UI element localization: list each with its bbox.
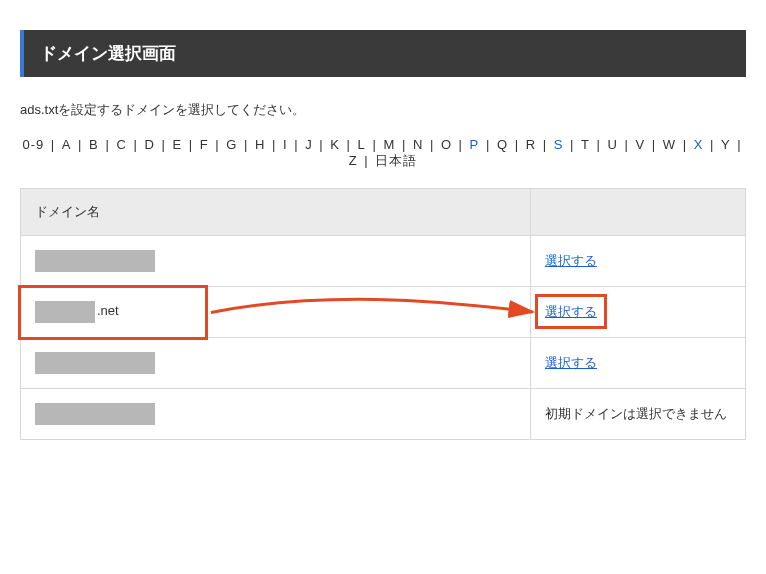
table-row: .net選択する [21,287,746,338]
alpha-nav-separator: | [565,137,579,152]
col-header-domain: ドメイン名 [21,189,531,236]
alpha-nav-item: C [116,137,126,152]
alpha-nav-separator: | [733,137,742,152]
alpha-nav-separator: | [342,137,356,152]
alpha-nav-separator: | [425,137,439,152]
alpha-nav-separator: | [397,137,411,152]
cell-domain [21,338,531,389]
alpha-nav-separator: | [157,137,171,152]
alpha-nav-separator: | [73,137,87,152]
domain-suffix: .net [97,303,119,318]
alpha-nav-separator: | [678,137,692,152]
masked-domain-bar [35,352,155,374]
alpha-nav-separator: | [538,137,552,152]
cell-domain [21,389,531,440]
select-link[interactable]: 選択する [545,304,597,319]
alpha-nav-separator: | [290,137,304,152]
page-title: ドメイン選択画面 [40,42,730,65]
alpha-nav-item: K [330,137,340,152]
instruction-text: ads.txtを設定するドメインを選択してください。 [20,101,746,119]
alpha-nav-separator: | [360,153,374,168]
table-row: 選択する [21,338,746,389]
select-link[interactable]: 選択する [545,253,597,268]
col-header-action [531,189,746,236]
alpha-nav-item: I [283,137,288,152]
alpha-nav-item: D [144,137,154,152]
cell-action: 選択する [531,287,746,338]
alpha-nav-separator: | [315,137,329,152]
cell-domain [21,236,531,287]
alpha-nav-separator: | [46,137,60,152]
masked-domain-bar [35,301,95,323]
alpha-nav-item: 0-9 [22,137,44,152]
alpha-nav-item: A [62,137,72,152]
alpha-nav-separator: | [129,137,143,152]
alpha-nav-separator: | [454,137,468,152]
alpha-nav-separator: | [267,137,281,152]
alpha-nav-separator: | [481,137,495,152]
cell-action: 選択する [531,236,746,287]
masked-domain-bar [35,250,155,272]
alpha-nav-separator: | [368,137,382,152]
alpha-nav-separator: | [705,137,719,152]
alpha-nav-separator: | [647,137,661,152]
alpha-nav-item: N [413,137,423,152]
alpha-nav-item: V [635,137,645,152]
table-row: 選択する [21,236,746,287]
alpha-nav-separator: | [239,137,253,152]
alpha-nav-separator: | [510,137,524,152]
alpha-nav-item: B [89,137,99,152]
alpha-nav-separator: | [211,137,225,152]
alpha-nav-item: F [200,137,209,152]
cell-domain: .net [21,287,531,338]
alpha-nav-item[interactable]: X [694,137,704,152]
disabled-message: 初期ドメインは選択できません [545,406,727,421]
alpha-nav-item: W [663,137,676,152]
cell-action: 選択する [531,338,746,389]
select-link[interactable]: 選択する [545,355,597,370]
alpha-nav-item: O [441,137,452,152]
alpha-nav-item: U [607,137,617,152]
alpha-nav-item: T [581,137,590,152]
alpha-nav-item: 日本語 [375,153,417,168]
alpha-nav-item: E [172,137,182,152]
alpha-nav-item: Y [721,137,731,152]
title-bar: ドメイン選択画面 [20,30,746,77]
table-wrap: ドメイン名 選択する.net選択する選択する初期ドメインは選択できません [0,188,766,440]
alpha-nav-item[interactable]: S [554,137,564,152]
alpha-nav-item: Z [349,153,358,168]
masked-domain-bar [35,403,155,425]
alpha-nav: 0-9 | A | B | C | D | E | F | G | H | I … [20,137,746,170]
alpha-nav-item[interactable]: P [470,137,480,152]
alpha-nav-item: R [526,137,536,152]
alpha-nav-separator: | [592,137,606,152]
cell-action: 初期ドメインは選択できません [531,389,746,440]
table-row: 初期ドメインは選択できません [21,389,746,440]
alpha-nav-item: G [226,137,237,152]
alpha-nav-item: M [383,137,395,152]
alpha-nav-item: H [255,137,265,152]
alpha-nav-separator: | [184,137,198,152]
alpha-nav-item: L [358,137,366,152]
alpha-nav-item: Q [497,137,508,152]
alpha-nav-item: J [305,137,313,152]
alpha-nav-separator: | [101,137,115,152]
domain-table: ドメイン名 選択する.net選択する選択する初期ドメインは選択できません [20,188,746,440]
alpha-nav-separator: | [620,137,634,152]
